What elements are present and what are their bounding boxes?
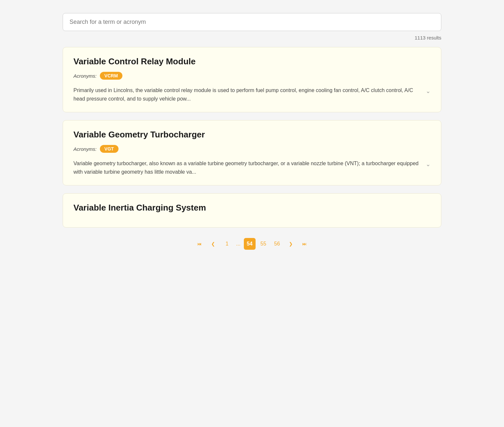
search-bar-container (63, 13, 441, 31)
pagination-page-1[interactable]: 1 (221, 238, 233, 250)
pagination: ⏮ ❮ 1 ... 54 55 56 ❯ ⏭ (63, 238, 441, 260)
acronym-badge-vcrm[interactable]: VCRM (100, 72, 122, 80)
expand-icon[interactable]: ⌄ (426, 161, 431, 168)
card-variable-control-relay-module: Variable Control Relay Module Acronyms: … (63, 47, 441, 112)
expand-icon[interactable]: ⌄ (426, 87, 431, 95)
next-page-icon: ❯ (289, 241, 293, 246)
card-variable-geometry-turbocharger: Variable Geometry Turbocharger Acronyms:… (63, 120, 441, 185)
acronym-badge-vgt[interactable]: VGT (100, 145, 118, 153)
acronyms-label: Acronyms: (73, 73, 97, 79)
pagination-prev-button[interactable]: ❮ (207, 238, 219, 250)
pagination-ellipsis: ... (235, 241, 242, 247)
prev-page-icon: ❮ (211, 241, 215, 246)
card-description-row: Primarily used in Lincolns, the variable… (73, 86, 431, 103)
pagination-last-button[interactable]: ⏭ (299, 238, 310, 250)
first-page-icon: ⏮ (197, 241, 202, 246)
card-title: Variable Inertia Charging System (73, 203, 431, 213)
card-variable-inertia-charging-system: Variable Inertia Charging System (63, 193, 441, 228)
card-description: Primarily used in Lincolns, the variable… (73, 86, 420, 103)
pagination-page-55[interactable]: 55 (258, 238, 269, 250)
last-page-icon: ⏭ (302, 241, 307, 246)
pagination-next-button[interactable]: ❯ (285, 238, 297, 250)
acronyms-row: Acronyms: VGT (73, 145, 431, 153)
card-description: Variable geometry turbocharger, also kno… (73, 159, 420, 176)
card-title: Variable Geometry Turbocharger (73, 130, 431, 140)
pagination-page-54[interactable]: 54 (244, 238, 256, 250)
card-description-row: Variable geometry turbocharger, also kno… (73, 159, 431, 176)
acronyms-row: Acronyms: VCRM (73, 72, 431, 80)
card-title: Variable Control Relay Module (73, 56, 431, 67)
results-count: 1113 results (63, 35, 441, 40)
pagination-page-56[interactable]: 56 (271, 238, 283, 250)
search-input[interactable] (63, 13, 441, 31)
acronyms-label: Acronyms: (73, 146, 97, 152)
pagination-first-button[interactable]: ⏮ (194, 238, 205, 250)
page-wrapper: 1113 results Variable Control Relay Modu… (56, 7, 448, 266)
